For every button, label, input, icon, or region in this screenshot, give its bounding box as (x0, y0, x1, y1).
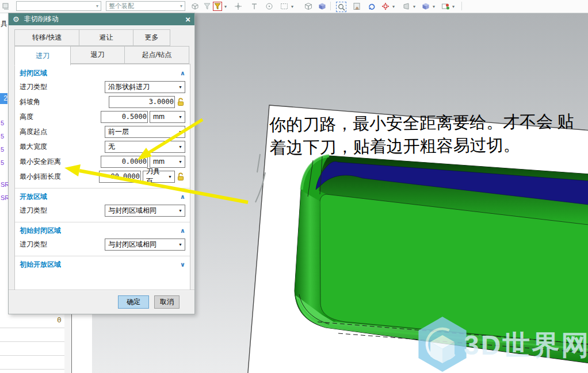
selection-scope-combo[interactable]: ▾ (16, 1, 101, 11)
field-label: 高度 (20, 112, 33, 122)
rotate-view-icon[interactable] (367, 2, 376, 11)
chevron-down-icon: ▾ (180, 3, 182, 9)
max-width-dropdown[interactable]: 无 ▼ (105, 141, 185, 153)
zoom-icon[interactable] (336, 2, 346, 12)
dialog-button-bar: 确定 取消 (9, 290, 194, 314)
field-label: 进刀类型 (20, 206, 47, 216)
tab-retract[interactable]: 退刀 (70, 46, 125, 64)
marquee-select-icon[interactable] (280, 2, 289, 11)
section-title: 初始开放区域 (20, 260, 61, 270)
dropdown-value: mm (153, 157, 165, 166)
dialog-title-bar[interactable]: ⚙ 非切削移动 × (9, 13, 194, 25)
section-header-closed-area[interactable]: 封闭区域 ∧ (20, 67, 185, 79)
field-row-min-ramp-length: 最小斜面长度 80.0000 刀具百 ▼ (20, 169, 185, 184)
field-row-initial-closed-engage-type: 进刀类型 与封闭区域相同 ▼ (20, 237, 185, 252)
unlock-icon[interactable] (177, 97, 185, 106)
min-clearance-input[interactable]: 0.0000 (101, 156, 148, 168)
chevron-down-icon: ▼ (176, 115, 182, 119)
gear-icon: ⚙ (13, 16, 20, 23)
min-ramp-length-input[interactable]: 80.0000 (99, 171, 141, 183)
tab-engage[interactable]: 进刀 (14, 46, 71, 66)
ramp-angle-input[interactable]: 3.0000 (109, 96, 175, 108)
field-label: 最小安全距离 (20, 157, 61, 167)
chevron-up-icon[interactable]: ∧ (180, 70, 185, 77)
field-label: 进刀类型 (20, 240, 47, 249)
navigator-row-fragment: 5 (1, 120, 8, 126)
chevron-down-icon: ▼ (176, 209, 182, 213)
field-label: 高度起点 (20, 127, 47, 137)
edit-object-display-icon[interactable] (441, 2, 450, 11)
section-title: 封闭区域 (20, 68, 47, 78)
assembly-cube-icon[interactable] (190, 2, 200, 11)
min-ramp-length-unit-dropdown[interactable]: 刀具百 ▼ (143, 171, 175, 183)
active-filter-icon[interactable] (213, 2, 222, 11)
circle-center-icon[interactable] (265, 2, 274, 11)
tab-transfer-rapid[interactable]: 转移/快速 (14, 29, 79, 46)
chevron-down-icon: ▼ (176, 145, 182, 149)
fit-view-icon[interactable] (381, 2, 390, 11)
min-clearance-unit-dropdown[interactable]: mm ▼ (150, 156, 185, 168)
height-input[interactable]: 0.5000 (101, 111, 148, 123)
navigator-text-fragment: 具 (1, 19, 8, 29)
chevron-down-icon[interactable]: ▾ (224, 4, 227, 9)
tab-avoidance[interactable]: 避让 (79, 29, 133, 46)
stamp-icon[interactable] (1, 2, 10, 11)
open-engage-type-dropdown[interactable]: 与封闭区域相同 ▼ (105, 205, 185, 217)
chevron-down-icon: ▼ (176, 243, 182, 247)
section-header-initial-closed-area[interactable]: 初始封闭区域 ∧ (20, 224, 185, 237)
chevron-down-icon[interactable]: ▾ (392, 4, 395, 9)
toolbar-separator (330, 2, 331, 10)
tab-more[interactable]: 更多 (133, 29, 170, 46)
field-label: 进刀类型 (20, 82, 47, 92)
section-header-initial-open-area[interactable]: 初始开放区域 ∨ (20, 258, 185, 271)
chevron-down-icon: ▼ (166, 175, 172, 179)
tab-start-drill-points[interactable]: 起点/钻点 (124, 46, 189, 64)
section-header-open-area[interactable]: 开放区域 ∧ (20, 190, 185, 203)
table-row-line (0, 341, 64, 342)
wireframe-box-icon[interactable] (304, 2, 313, 11)
table-cell-value: 0 (57, 316, 62, 324)
initial-closed-engage-type-dropdown[interactable]: 与封闭区域相同 ▼ (105, 239, 185, 251)
section-divider (15, 256, 190, 256)
perspective-icon[interactable] (402, 2, 411, 11)
dialog-title: 非切削移动 (24, 14, 59, 24)
chevron-down-icon: ▼ (176, 130, 182, 134)
chevron-up-icon[interactable]: ∧ (180, 227, 185, 234)
chevron-down-icon[interactable]: ∨ (180, 261, 185, 268)
tab-page-engage: 封闭区域 ∧ 进刀类型 沿形状斜进刀 ▼ 斜坡角 3.0000 高度 (14, 64, 190, 291)
section-title: 初始封闭区域 (20, 226, 61, 236)
top-toolbar: ▾ 整个装配 ▾ ▾ ▾ ▾ ▾ (0, 0, 588, 13)
shaded-box-icon[interactable] (318, 2, 327, 11)
toolbar-separator (461, 2, 462, 10)
dropdown-value: 刀具百 (146, 167, 166, 186)
snap-point-icon[interactable] (250, 2, 259, 11)
dropdown-value: 无 (108, 142, 115, 152)
origin-cross-icon[interactable] (234, 2, 243, 11)
selection-filter-icon[interactable] (203, 2, 212, 11)
chevron-down-icon[interactable]: ▾ (413, 4, 415, 9)
height-unit-dropdown[interactable]: mm ▼ (150, 111, 185, 123)
navigator-selected-cell[interactable]: 2 (0, 93, 7, 104)
height-from-dropdown[interactable]: 前一层 ▼ (105, 126, 185, 138)
dropdown-value: 沿形状斜进刀 (108, 82, 150, 92)
ok-button[interactable]: 确定 (118, 295, 149, 309)
field-row-engage-type: 进刀类型 沿形状斜进刀 ▼ (20, 79, 185, 94)
unlock-icon[interactable] (177, 172, 185, 181)
navigator-row-fragment: SR: (1, 194, 8, 201)
section-title: 开放区域 (20, 192, 47, 202)
chevron-down-icon[interactable]: ▾ (433, 4, 435, 9)
display-cube-icon[interactable] (421, 2, 430, 11)
non-cutting-moves-dialog: ⚙ 非切削移动 × 转移/快速 避让 更多 进刀 退刀 起点/钻点 封闭区域 ∧… (8, 13, 195, 314)
cancel-button[interactable]: 取消 (154, 295, 180, 309)
engage-type-dropdown[interactable]: 沿形状斜进刀 ▼ (105, 81, 185, 93)
pan-icon[interactable] (352, 2, 361, 11)
work-context-combo[interactable]: 整个装配 ▾ (106, 1, 185, 11)
dropdown-value: 与封闭区域相同 (108, 240, 156, 249)
chevron-down-icon[interactable]: ▾ (291, 4, 293, 9)
chevron-up-icon[interactable]: ∧ (180, 193, 185, 201)
dropdown-value: mm (153, 113, 165, 121)
close-icon[interactable]: × (185, 15, 190, 24)
field-row-height: 高度 0.5000 mm ▼ (20, 109, 185, 124)
chevron-down-icon[interactable]: ▾ (452, 4, 455, 9)
navigator-row-fragment: 5 (1, 146, 8, 153)
